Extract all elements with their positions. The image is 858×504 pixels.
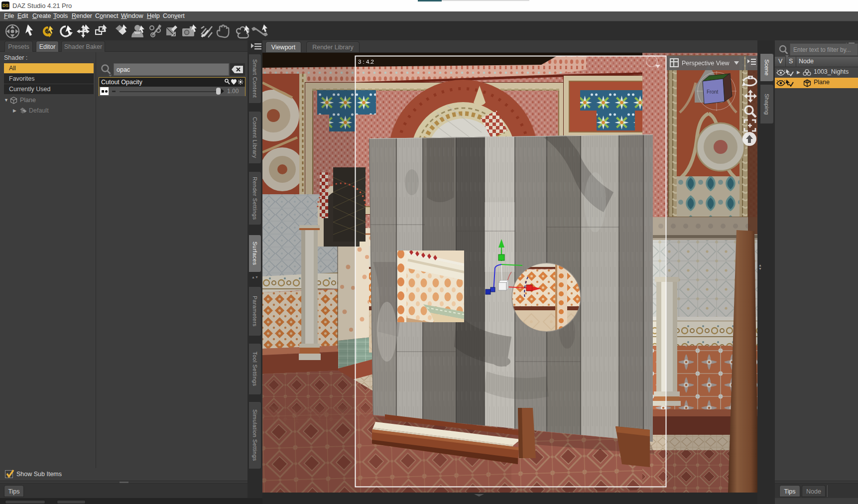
svg-text:Front: Front [707, 89, 719, 95]
svg-text:Perspective View: Perspective View [682, 60, 730, 67]
svg-text:3 : 4.2: 3 : 4.2 [358, 59, 374, 65]
